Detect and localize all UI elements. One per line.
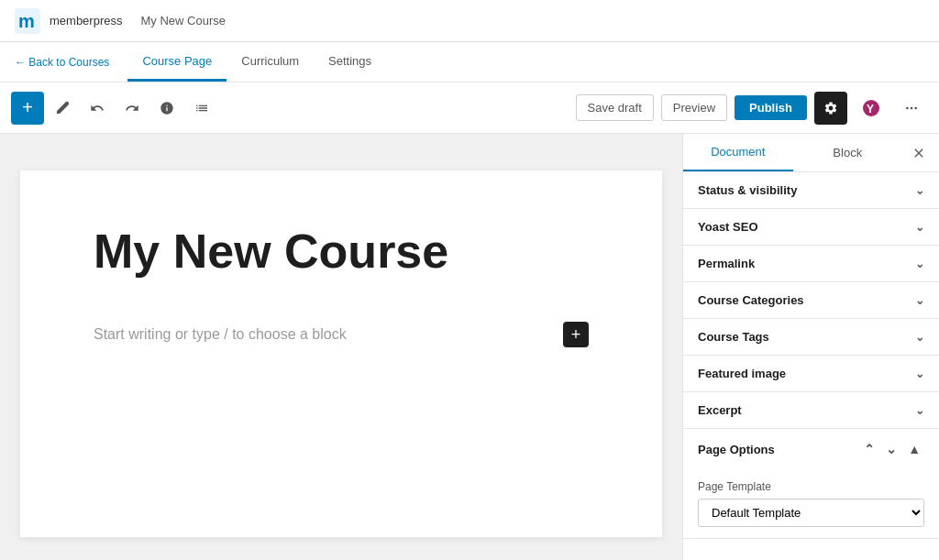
chevron-down-icon-6: ⌄ [915, 368, 924, 380]
tools-button[interactable] [46, 92, 79, 125]
chevron-down-icon-4: ⌄ [915, 294, 924, 307]
section-status-visibility: Status & visibility ⌄ [683, 172, 939, 209]
block-placeholder: Start writing or type / to choose a bloc… [94, 314, 589, 355]
section-excerpt: Excerpt ⌄ [683, 392, 939, 429]
undo-icon [90, 101, 105, 115]
admin-page-title: My New Course [140, 14, 225, 27]
course-nav-tabs: Course Page Curriculum Settings [127, 42, 386, 82]
publish-button[interactable]: Publish [735, 95, 807, 120]
section-featured-image-header[interactable]: Featured image ⌄ [683, 356, 939, 391]
sidebar-close-button[interactable] [902, 137, 935, 170]
yoast-icon: Y [862, 99, 880, 117]
yoast-button[interactable]: Y [855, 92, 888, 125]
section-yoast-seo-label: Yoast SEO [698, 220, 758, 234]
section-permalink-header[interactable]: Permalink ⌄ [683, 246, 939, 281]
chevron-down-icon-7: ⌄ [915, 404, 924, 417]
sidebar-tabs: Document Block [683, 134, 939, 172]
sidebar: Document Block Status & visibility ⌄ Yoa… [682, 134, 939, 560]
gear-icon [823, 101, 838, 115]
admin-bar: m memberpress My New Course [0, 0, 939, 42]
section-course-tags-label: Course Tags [698, 330, 769, 344]
undo-button[interactable] [81, 92, 114, 125]
editor-toolbar: + Save draft Preview [0, 82, 939, 134]
chevron-down-icon-8[interactable]: ⌄ [882, 440, 900, 458]
section-course-categories-label: Course Categories [698, 293, 804, 307]
preview-button[interactable]: Preview [661, 94, 727, 121]
info-icon [160, 101, 174, 115]
section-page-options-header[interactable]: Page Options ⌃ ⌄ ▲ [683, 429, 939, 469]
course-title[interactable]: My New Course [94, 225, 589, 278]
section-featured-image: Featured image ⌄ [683, 356, 939, 392]
site-name: memberpress [50, 14, 122, 27]
toolbar-right-group: Save draft Preview Publish Y [576, 92, 928, 125]
chevron-down-icon-5: ⌄ [915, 331, 924, 344]
save-draft-button[interactable]: Save draft [576, 94, 654, 121]
sidebar-panel: Status & visibility ⌄ Yoast SEO ⌄ Permal… [683, 172, 939, 539]
redo-icon [125, 101, 139, 115]
editor-area: My New Course Start writing or type / to… [0, 134, 682, 560]
chevron-down-icon: ⌄ [915, 184, 924, 197]
editor-content: My New Course Start writing or type / to… [20, 170, 662, 537]
section-excerpt-label: Excerpt [698, 403, 742, 417]
close-icon [911, 146, 926, 160]
chevron-up-icon[interactable]: ⌃ [860, 440, 878, 458]
section-featured-image-label: Featured image [698, 367, 786, 380]
section-course-categories: Course Categories ⌄ [683, 282, 939, 319]
section-course-categories-header[interactable]: Course Categories ⌄ [683, 282, 939, 318]
memberpress-logo-icon: m [15, 8, 40, 34]
page-template-label: Page Template [698, 480, 924, 493]
chevron-down-icon-3: ⌄ [915, 258, 924, 270]
section-page-options: Page Options ⌃ ⌄ ▲ Page Template Default… [683, 429, 939, 539]
page-options-controls: ⌃ ⌄ ▲ [860, 440, 924, 458]
main-layout: My New Course Start writing or type / to… [0, 134, 939, 560]
placeholder-text[interactable]: Start writing or type / to choose a bloc… [94, 326, 347, 343]
section-excerpt-header[interactable]: Excerpt ⌄ [683, 392, 939, 428]
redo-button[interactable] [116, 92, 149, 125]
tab-settings[interactable]: Settings [314, 42, 386, 82]
settings-button[interactable] [814, 92, 847, 125]
section-course-tags: Course Tags ⌄ [683, 319, 939, 356]
page-options-body: Page Template Default Template Full Widt… [683, 469, 939, 538]
tab-course-page[interactable]: Course Page [127, 42, 226, 82]
tab-curriculum[interactable]: Curriculum [226, 42, 314, 82]
page-template-select[interactable]: Default Template Full Width No Sidebar [698, 499, 924, 527]
ellipsis-icon [904, 101, 919, 115]
more-options-button[interactable] [895, 92, 928, 125]
section-status-visibility-header[interactable]: Status & visibility ⌄ [683, 172, 939, 208]
nav-bar: ← Back to Courses Course Page Curriculum… [0, 42, 939, 82]
svg-point-6 [914, 106, 917, 109]
svg-text:Y: Y [867, 103, 874, 115]
list-view-button[interactable] [185, 92, 218, 125]
svg-point-5 [911, 106, 913, 109]
section-yoast-seo-header[interactable]: Yoast SEO ⌄ [683, 209, 939, 245]
tab-block[interactable]: Block [793, 134, 903, 171]
svg-text:m: m [18, 11, 35, 31]
toolbar-left-group: + [11, 92, 576, 125]
list-icon [194, 101, 209, 115]
back-to-courses-link[interactable]: ← Back to Courses [15, 56, 109, 69]
section-permalink-label: Permalink [698, 257, 755, 270]
add-block-inline-button[interactable]: + [563, 322, 589, 347]
tab-document[interactable]: Document [683, 134, 793, 171]
section-yoast-seo: Yoast SEO ⌄ [683, 209, 939, 246]
section-status-visibility-label: Status & visibility [698, 183, 797, 197]
logo-area: m memberpress [15, 8, 122, 34]
section-course-tags-header[interactable]: Course Tags ⌄ [683, 319, 939, 355]
pencil-icon [55, 101, 70, 115]
chevron-down-icon-2: ⌄ [915, 221, 924, 234]
section-page-options-label: Page Options [698, 443, 775, 456]
add-block-toolbar-button[interactable]: + [11, 92, 44, 125]
section-permalink: Permalink ⌄ [683, 246, 939, 282]
svg-point-4 [906, 106, 909, 109]
details-button[interactable] [150, 92, 183, 125]
sort-up-icon[interactable]: ▲ [904, 440, 924, 458]
